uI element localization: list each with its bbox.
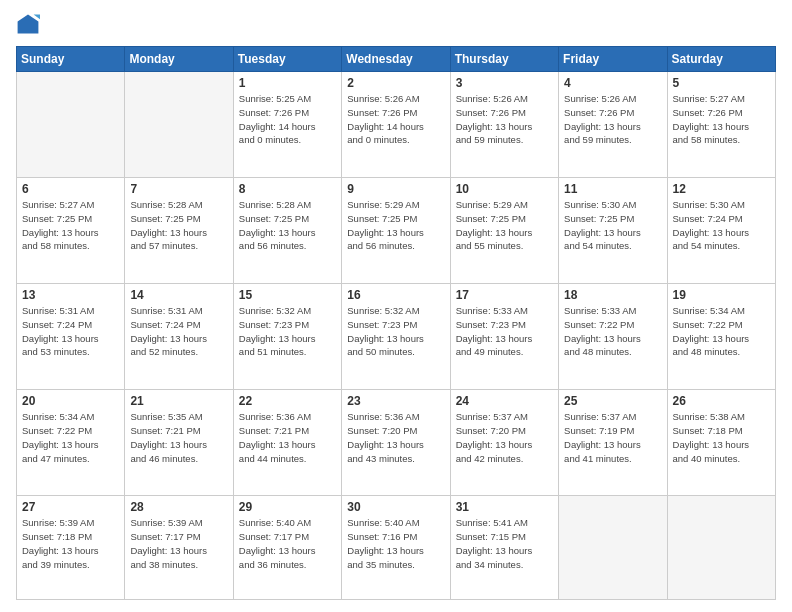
day-info: Sunrise: 5:34 AM Sunset: 7:22 PM Dayligh…: [673, 304, 770, 359]
day-number: 26: [673, 394, 770, 408]
day-info: Sunrise: 5:35 AM Sunset: 7:21 PM Dayligh…: [130, 410, 227, 465]
day-info: Sunrise: 5:40 AM Sunset: 7:17 PM Dayligh…: [239, 516, 336, 571]
day-number: 1: [239, 76, 336, 90]
day-info: Sunrise: 5:27 AM Sunset: 7:26 PM Dayligh…: [673, 92, 770, 147]
calendar-cell: 20Sunrise: 5:34 AM Sunset: 7:22 PM Dayli…: [17, 390, 125, 496]
day-number: 17: [456, 288, 553, 302]
calendar-cell: 7Sunrise: 5:28 AM Sunset: 7:25 PM Daylig…: [125, 178, 233, 284]
week-row-4: 20Sunrise: 5:34 AM Sunset: 7:22 PM Dayli…: [17, 390, 776, 496]
day-info: Sunrise: 5:40 AM Sunset: 7:16 PM Dayligh…: [347, 516, 444, 571]
day-info: Sunrise: 5:41 AM Sunset: 7:15 PM Dayligh…: [456, 516, 553, 571]
calendar-cell: 16Sunrise: 5:32 AM Sunset: 7:23 PM Dayli…: [342, 284, 450, 390]
day-number: 3: [456, 76, 553, 90]
day-header-sunday: Sunday: [17, 47, 125, 72]
day-number: 20: [22, 394, 119, 408]
calendar-cell: 18Sunrise: 5:33 AM Sunset: 7:22 PM Dayli…: [559, 284, 667, 390]
day-info: Sunrise: 5:39 AM Sunset: 7:17 PM Dayligh…: [130, 516, 227, 571]
svg-marker-1: [34, 14, 40, 19]
day-info: Sunrise: 5:29 AM Sunset: 7:25 PM Dayligh…: [347, 198, 444, 253]
calendar-cell: 27Sunrise: 5:39 AM Sunset: 7:18 PM Dayli…: [17, 496, 125, 600]
calendar-table: SundayMondayTuesdayWednesdayThursdayFrid…: [16, 46, 776, 600]
calendar-header-row: SundayMondayTuesdayWednesdayThursdayFrid…: [17, 47, 776, 72]
calendar-cell: 23Sunrise: 5:36 AM Sunset: 7:20 PM Dayli…: [342, 390, 450, 496]
day-number: 30: [347, 500, 444, 514]
day-number: 27: [22, 500, 119, 514]
calendar-cell: 15Sunrise: 5:32 AM Sunset: 7:23 PM Dayli…: [233, 284, 341, 390]
calendar-cell: [125, 72, 233, 178]
logo: [16, 12, 44, 36]
calendar-cell: 4Sunrise: 5:26 AM Sunset: 7:26 PM Daylig…: [559, 72, 667, 178]
day-number: 29: [239, 500, 336, 514]
day-header-wednesday: Wednesday: [342, 47, 450, 72]
day-info: Sunrise: 5:26 AM Sunset: 7:26 PM Dayligh…: [564, 92, 661, 147]
day-number: 9: [347, 182, 444, 196]
calendar-cell: 28Sunrise: 5:39 AM Sunset: 7:17 PM Dayli…: [125, 496, 233, 600]
logo-icon: [16, 12, 40, 36]
calendar-cell: [17, 72, 125, 178]
calendar-cell: 25Sunrise: 5:37 AM Sunset: 7:19 PM Dayli…: [559, 390, 667, 496]
day-info: Sunrise: 5:29 AM Sunset: 7:25 PM Dayligh…: [456, 198, 553, 253]
day-number: 14: [130, 288, 227, 302]
day-number: 15: [239, 288, 336, 302]
calendar-cell: 17Sunrise: 5:33 AM Sunset: 7:23 PM Dayli…: [450, 284, 558, 390]
day-number: 7: [130, 182, 227, 196]
week-row-5: 27Sunrise: 5:39 AM Sunset: 7:18 PM Dayli…: [17, 496, 776, 600]
day-number: 8: [239, 182, 336, 196]
day-info: Sunrise: 5:33 AM Sunset: 7:23 PM Dayligh…: [456, 304, 553, 359]
day-info: Sunrise: 5:30 AM Sunset: 7:25 PM Dayligh…: [564, 198, 661, 253]
day-info: Sunrise: 5:28 AM Sunset: 7:25 PM Dayligh…: [130, 198, 227, 253]
day-number: 6: [22, 182, 119, 196]
calendar-cell: 19Sunrise: 5:34 AM Sunset: 7:22 PM Dayli…: [667, 284, 775, 390]
day-info: Sunrise: 5:28 AM Sunset: 7:25 PM Dayligh…: [239, 198, 336, 253]
day-header-tuesday: Tuesday: [233, 47, 341, 72]
week-row-3: 13Sunrise: 5:31 AM Sunset: 7:24 PM Dayli…: [17, 284, 776, 390]
day-number: 13: [22, 288, 119, 302]
calendar-cell: 31Sunrise: 5:41 AM Sunset: 7:15 PM Dayli…: [450, 496, 558, 600]
calendar-body: 1Sunrise: 5:25 AM Sunset: 7:26 PM Daylig…: [17, 72, 776, 600]
day-number: 18: [564, 288, 661, 302]
day-number: 19: [673, 288, 770, 302]
calendar-cell: 12Sunrise: 5:30 AM Sunset: 7:24 PM Dayli…: [667, 178, 775, 284]
day-info: Sunrise: 5:38 AM Sunset: 7:18 PM Dayligh…: [673, 410, 770, 465]
day-info: Sunrise: 5:30 AM Sunset: 7:24 PM Dayligh…: [673, 198, 770, 253]
day-number: 28: [130, 500, 227, 514]
day-number: 2: [347, 76, 444, 90]
day-info: Sunrise: 5:33 AM Sunset: 7:22 PM Dayligh…: [564, 304, 661, 359]
calendar-cell: [667, 496, 775, 600]
day-info: Sunrise: 5:26 AM Sunset: 7:26 PM Dayligh…: [456, 92, 553, 147]
day-number: 21: [130, 394, 227, 408]
calendar-cell: 26Sunrise: 5:38 AM Sunset: 7:18 PM Dayli…: [667, 390, 775, 496]
calendar-cell: 22Sunrise: 5:36 AM Sunset: 7:21 PM Dayli…: [233, 390, 341, 496]
calendar-cell: 8Sunrise: 5:28 AM Sunset: 7:25 PM Daylig…: [233, 178, 341, 284]
calendar-cell: 11Sunrise: 5:30 AM Sunset: 7:25 PM Dayli…: [559, 178, 667, 284]
day-info: Sunrise: 5:36 AM Sunset: 7:21 PM Dayligh…: [239, 410, 336, 465]
calendar-cell: 29Sunrise: 5:40 AM Sunset: 7:17 PM Dayli…: [233, 496, 341, 600]
day-info: Sunrise: 5:31 AM Sunset: 7:24 PM Dayligh…: [22, 304, 119, 359]
calendar-cell: 21Sunrise: 5:35 AM Sunset: 7:21 PM Dayli…: [125, 390, 233, 496]
calendar-cell: 1Sunrise: 5:25 AM Sunset: 7:26 PM Daylig…: [233, 72, 341, 178]
calendar-cell: 2Sunrise: 5:26 AM Sunset: 7:26 PM Daylig…: [342, 72, 450, 178]
day-number: 25: [564, 394, 661, 408]
day-number: 10: [456, 182, 553, 196]
calendar-cell: 30Sunrise: 5:40 AM Sunset: 7:16 PM Dayli…: [342, 496, 450, 600]
day-info: Sunrise: 5:39 AM Sunset: 7:18 PM Dayligh…: [22, 516, 119, 571]
day-number: 31: [456, 500, 553, 514]
day-number: 23: [347, 394, 444, 408]
day-number: 16: [347, 288, 444, 302]
calendar-cell: 13Sunrise: 5:31 AM Sunset: 7:24 PM Dayli…: [17, 284, 125, 390]
day-info: Sunrise: 5:27 AM Sunset: 7:25 PM Dayligh…: [22, 198, 119, 253]
week-row-2: 6Sunrise: 5:27 AM Sunset: 7:25 PM Daylig…: [17, 178, 776, 284]
header: [16, 12, 776, 36]
day-header-saturday: Saturday: [667, 47, 775, 72]
day-header-monday: Monday: [125, 47, 233, 72]
day-number: 11: [564, 182, 661, 196]
page: SundayMondayTuesdayWednesdayThursdayFrid…: [0, 0, 792, 612]
calendar-cell: 24Sunrise: 5:37 AM Sunset: 7:20 PM Dayli…: [450, 390, 558, 496]
day-info: Sunrise: 5:37 AM Sunset: 7:20 PM Dayligh…: [456, 410, 553, 465]
calendar-cell: 14Sunrise: 5:31 AM Sunset: 7:24 PM Dayli…: [125, 284, 233, 390]
day-header-friday: Friday: [559, 47, 667, 72]
day-info: Sunrise: 5:32 AM Sunset: 7:23 PM Dayligh…: [239, 304, 336, 359]
day-number: 12: [673, 182, 770, 196]
day-number: 22: [239, 394, 336, 408]
day-info: Sunrise: 5:36 AM Sunset: 7:20 PM Dayligh…: [347, 410, 444, 465]
